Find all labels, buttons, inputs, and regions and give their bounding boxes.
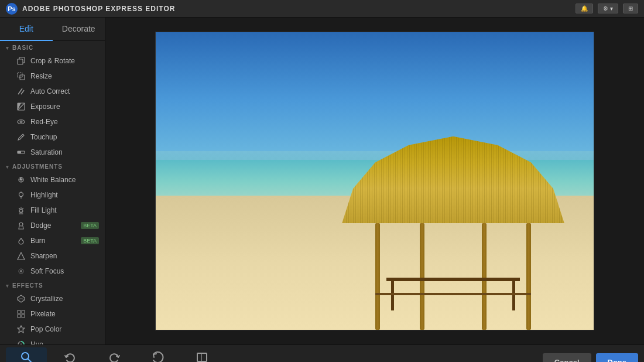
view-original-icon bbox=[196, 351, 208, 363]
svg-line-31 bbox=[28, 358, 32, 362]
toolbar-actions: Cancel Done bbox=[543, 353, 638, 362]
crop-rotate-icon bbox=[16, 56, 26, 66]
svg-point-28 bbox=[20, 344, 22, 345]
dodge-beta-badge: BETA bbox=[81, 222, 99, 229]
tool-view-original[interactable]: View Original bbox=[181, 347, 222, 363]
svg-line-4 bbox=[21, 90, 24, 94]
hue-icon bbox=[16, 340, 26, 344]
hut-post-1 bbox=[375, 223, 380, 330]
svg-rect-22 bbox=[18, 310, 20, 313]
burn-beta-badge: BETA bbox=[81, 237, 99, 244]
reset-icon bbox=[152, 351, 165, 363]
done-button[interactable]: Done bbox=[596, 353, 639, 362]
toolbar-tools: Zoom Undo Redo Reset View Original bbox=[6, 347, 222, 363]
svg-marker-26 bbox=[18, 326, 25, 333]
resize-icon bbox=[16, 71, 26, 81]
bench-leg-2 bbox=[512, 281, 515, 310]
section-arrow-effects: ▾ bbox=[6, 283, 9, 289]
redo-icon bbox=[108, 351, 121, 363]
svg-rect-10 bbox=[18, 151, 21, 153]
exposure-label: Exposure bbox=[30, 103, 99, 111]
tool-redo[interactable]: Redo bbox=[94, 347, 135, 363]
hut-post-2 bbox=[420, 223, 424, 330]
sidebar-item-soft-focus[interactable]: Soft Focus bbox=[0, 264, 105, 279]
dodge-icon bbox=[16, 221, 26, 230]
section-header-basic: ▾ BASIC bbox=[0, 41, 105, 53]
pixelate-icon bbox=[16, 309, 26, 319]
bench-leg-1 bbox=[391, 281, 394, 310]
sharpen-icon bbox=[16, 251, 26, 261]
sidebar-item-highlight[interactable]: Highlight bbox=[0, 187, 105, 203]
sidebar-item-resize[interactable]: Resize bbox=[0, 69, 105, 84]
hut-post-3 bbox=[482, 223, 487, 330]
sidebar-item-crystallize[interactable]: Crystallize bbox=[0, 291, 105, 306]
tab-decorate[interactable]: Decorate bbox=[53, 18, 105, 41]
notification-button[interactable]: 🔔 bbox=[576, 4, 593, 13]
fill-light-label: Fill Light bbox=[30, 206, 99, 214]
sidebar-item-exposure[interactable]: Exposure bbox=[0, 99, 105, 114]
svg-point-18 bbox=[20, 270, 22, 272]
auto-correct-label: Auto Correct bbox=[30, 87, 99, 95]
sidebar-item-white-balance[interactable]: White Balance bbox=[0, 172, 105, 187]
tool-reset[interactable]: Reset bbox=[138, 347, 179, 363]
red-eye-label: Red-Eye bbox=[30, 118, 99, 126]
svg-rect-0 bbox=[18, 59, 23, 64]
sidebar-item-saturation[interactable]: Saturation bbox=[0, 145, 105, 160]
sidebar-item-pop-color[interactable]: Pop Color bbox=[0, 322, 105, 337]
sidebar-item-touchup[interactable]: Touchup bbox=[0, 129, 105, 145]
hut bbox=[342, 136, 564, 330]
settings-button[interactable]: ⚙ ▾ bbox=[598, 4, 618, 13]
touchup-label: Touchup bbox=[30, 133, 99, 141]
soft-focus-label: Soft Focus bbox=[30, 267, 99, 275]
sidebar-item-hue[interactable]: Hue bbox=[0, 337, 105, 344]
window-button[interactable]: ⊞ bbox=[623, 4, 638, 13]
hut-post-4 bbox=[526, 223, 531, 330]
sidebar-item-pixelate[interactable]: Pixelate bbox=[0, 306, 105, 322]
title-icons: 🔔 ⚙ ▾ ⊞ bbox=[576, 4, 638, 13]
bench-top bbox=[386, 278, 520, 281]
cancel-button[interactable]: Cancel bbox=[543, 353, 591, 362]
exposure-icon bbox=[16, 102, 26, 111]
svg-marker-16 bbox=[18, 252, 25, 259]
section-arrow-adjustments: ▾ bbox=[6, 164, 9, 170]
section-label-adjustments: ADJUSTMENTS bbox=[12, 163, 63, 170]
svg-rect-25 bbox=[22, 315, 25, 317]
edit-decorate-tabs: Edit Decorate bbox=[0, 18, 105, 41]
app-title: ADOBE PHOTOSHOP EXPRESS EDITOR bbox=[22, 5, 576, 13]
white-balance-icon bbox=[16, 175, 26, 185]
hut-roof bbox=[342, 136, 564, 224]
app-logo: Ps bbox=[6, 3, 18, 15]
canvas-area bbox=[105, 18, 644, 344]
burn-label: Burn bbox=[30, 237, 81, 245]
sidebar-item-auto-correct[interactable]: Auto Correct bbox=[0, 84, 105, 99]
soft-focus-icon bbox=[16, 267, 26, 276]
section-label-effects: EFFECTS bbox=[12, 282, 43, 289]
sharpen-label: Sharpen bbox=[30, 252, 99, 260]
sidebar-scroll[interactable]: ▾ BASIC Crop & Rotate Resize Auto Co bbox=[0, 41, 105, 344]
sidebar-item-red-eye[interactable]: Red-Eye bbox=[0, 114, 105, 129]
white-balance-label: White Balance bbox=[30, 176, 99, 184]
sidebar-item-crop-rotate[interactable]: Crop & Rotate bbox=[0, 53, 105, 69]
svg-point-12 bbox=[19, 193, 23, 197]
crystallize-icon bbox=[16, 294, 26, 303]
red-eye-icon bbox=[16, 117, 26, 127]
title-bar: Ps ADOBE PHOTOSHOP EXPRESS EDITOR 🔔 ⚙ ▾ … bbox=[0, 0, 644, 18]
main-area: Edit Decorate ▾ BASIC Crop & Rotate Resi… bbox=[0, 18, 644, 344]
hue-label: Hue bbox=[30, 340, 99, 344]
sidebar-item-sharpen[interactable]: Sharpen bbox=[0, 248, 105, 264]
resize-label: Resize bbox=[30, 72, 99, 80]
highlight-icon bbox=[16, 190, 26, 200]
sidebar-item-burn[interactable]: Burn BETA bbox=[0, 233, 105, 248]
tool-undo[interactable]: Undo bbox=[50, 347, 91, 363]
pop-color-label: Pop Color bbox=[30, 325, 99, 333]
svg-rect-32 bbox=[197, 353, 207, 361]
bench-seat bbox=[375, 293, 531, 295]
section-header-effects: ▾ EFFECTS bbox=[0, 279, 105, 291]
svg-rect-23 bbox=[22, 310, 25, 313]
auto-correct-icon bbox=[16, 87, 26, 96]
sidebar-item-fill-light[interactable]: Fill Light bbox=[0, 203, 105, 218]
tool-zoom[interactable]: Zoom bbox=[6, 347, 47, 363]
fill-light-icon bbox=[16, 206, 26, 215]
sidebar-item-dodge[interactable]: Dodge BETA bbox=[0, 218, 105, 233]
tab-edit[interactable]: Edit bbox=[0, 18, 53, 41]
